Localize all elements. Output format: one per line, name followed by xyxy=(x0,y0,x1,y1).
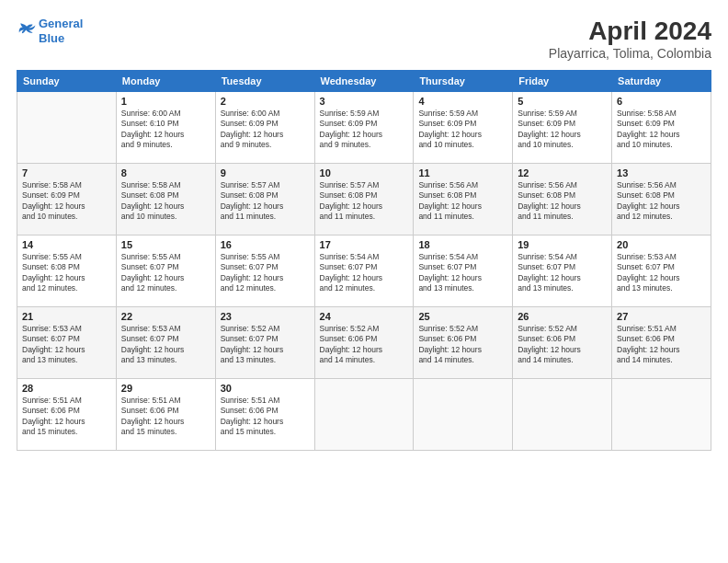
day-info: Sunrise: 5:56 AM Sunset: 6:08 PM Dayligh… xyxy=(518,180,607,223)
day-info: Sunrise: 6:00 AM Sunset: 6:10 PM Dayligh… xyxy=(121,109,210,151)
calendar-cell: 6Sunrise: 5:58 AM Sunset: 6:09 PM Daylig… xyxy=(612,92,711,164)
calendar-week-row: 7Sunrise: 5:58 AM Sunset: 6:09 PM Daylig… xyxy=(17,164,711,236)
calendar-cell: 2Sunrise: 6:00 AM Sunset: 6:09 PM Daylig… xyxy=(215,92,314,164)
page: General Blue April 2024 Playarrica, Toli… xyxy=(0,0,728,563)
day-number: 13 xyxy=(617,167,706,178)
day-number: 23 xyxy=(221,311,310,322)
day-number: 4 xyxy=(418,96,507,107)
page-title: April 2024 xyxy=(549,17,711,46)
calendar-cell: 20Sunrise: 5:53 AM Sunset: 6:07 PM Dayli… xyxy=(612,236,711,307)
calendar-cell: 21Sunrise: 5:53 AM Sunset: 6:07 PM Dayli… xyxy=(17,307,117,379)
day-info: Sunrise: 5:54 AM Sunset: 6:07 PM Dayligh… xyxy=(418,252,507,294)
day-info: Sunrise: 5:52 AM Sunset: 6:06 PM Dayligh… xyxy=(320,324,409,366)
calendar-cell: 1Sunrise: 6:00 AM Sunset: 6:10 PM Daylig… xyxy=(116,92,215,164)
day-number: 7 xyxy=(22,167,111,178)
calendar-cell: 24Sunrise: 5:52 AM Sunset: 6:06 PM Dayli… xyxy=(314,307,414,379)
day-info: Sunrise: 5:54 AM Sunset: 6:07 PM Dayligh… xyxy=(320,252,409,294)
calendar-cell: 22Sunrise: 5:53 AM Sunset: 6:07 PM Dayli… xyxy=(116,307,215,379)
day-info: Sunrise: 5:55 AM Sunset: 6:08 PM Dayligh… xyxy=(22,252,111,294)
day-number: 9 xyxy=(221,167,310,178)
calendar-table: SundayMondayTuesdayWednesdayThursdayFrid… xyxy=(17,70,711,451)
calendar-cell xyxy=(17,92,117,164)
day-info: Sunrise: 5:53 AM Sunset: 6:07 PM Dayligh… xyxy=(617,252,706,294)
calendar-cell: 9Sunrise: 5:57 AM Sunset: 6:08 PM Daylig… xyxy=(215,164,314,236)
calendar-cell: 4Sunrise: 5:59 AM Sunset: 6:09 PM Daylig… xyxy=(414,92,513,164)
day-number: 27 xyxy=(617,311,706,322)
day-number: 5 xyxy=(518,96,607,107)
calendar-cell: 29Sunrise: 5:51 AM Sunset: 6:06 PM Dayli… xyxy=(116,379,215,451)
calendar-cell: 5Sunrise: 5:59 AM Sunset: 6:09 PM Daylig… xyxy=(513,92,612,164)
day-number: 6 xyxy=(617,96,706,107)
day-number: 26 xyxy=(518,311,607,322)
calendar-cell xyxy=(314,379,414,451)
day-number: 17 xyxy=(320,239,409,250)
day-info: Sunrise: 5:51 AM Sunset: 6:06 PM Dayligh… xyxy=(617,324,706,366)
calendar-cell xyxy=(612,379,711,451)
logo: General Blue xyxy=(17,17,83,45)
calendar-cell: 30Sunrise: 5:51 AM Sunset: 6:06 PM Dayli… xyxy=(215,379,314,451)
day-info: Sunrise: 5:57 AM Sunset: 6:08 PM Dayligh… xyxy=(320,180,409,223)
day-info: Sunrise: 5:52 AM Sunset: 6:07 PM Dayligh… xyxy=(221,324,310,366)
calendar-week-row: 14Sunrise: 5:55 AM Sunset: 6:08 PM Dayli… xyxy=(17,236,711,307)
day-info: Sunrise: 5:59 AM Sunset: 6:09 PM Dayligh… xyxy=(518,109,607,151)
calendar-week-row: 28Sunrise: 5:51 AM Sunset: 6:06 PM Dayli… xyxy=(17,379,711,451)
calendar-cell: 14Sunrise: 5:55 AM Sunset: 6:08 PM Dayli… xyxy=(17,236,117,307)
calendar-cell: 27Sunrise: 5:51 AM Sunset: 6:06 PM Dayli… xyxy=(612,307,711,379)
day-number: 1 xyxy=(121,96,210,107)
column-header-tuesday: Tuesday xyxy=(215,71,314,92)
page-subtitle: Playarrica, Tolima, Colombia xyxy=(549,46,711,61)
day-info: Sunrise: 5:53 AM Sunset: 6:07 PM Dayligh… xyxy=(22,324,111,366)
day-info: Sunrise: 5:58 AM Sunset: 6:09 PM Dayligh… xyxy=(22,180,111,223)
calendar-cell: 19Sunrise: 5:54 AM Sunset: 6:07 PM Dayli… xyxy=(513,236,612,307)
day-number: 14 xyxy=(22,239,111,250)
day-info: Sunrise: 5:54 AM Sunset: 6:07 PM Dayligh… xyxy=(518,252,607,294)
logo-text: General Blue xyxy=(39,17,83,45)
calendar-cell: 18Sunrise: 5:54 AM Sunset: 6:07 PM Dayli… xyxy=(414,236,513,307)
calendar-cell xyxy=(414,379,513,451)
calendar-week-row: 1Sunrise: 6:00 AM Sunset: 6:10 PM Daylig… xyxy=(17,92,711,164)
day-number: 25 xyxy=(418,311,507,322)
day-number: 24 xyxy=(320,311,409,322)
day-info: Sunrise: 5:58 AM Sunset: 6:08 PM Dayligh… xyxy=(121,180,210,223)
day-info: Sunrise: 6:00 AM Sunset: 6:09 PM Dayligh… xyxy=(221,109,310,151)
day-info: Sunrise: 5:55 AM Sunset: 6:07 PM Dayligh… xyxy=(221,252,310,294)
calendar-cell: 15Sunrise: 5:55 AM Sunset: 6:07 PM Dayli… xyxy=(116,236,215,307)
logo-bird-icon xyxy=(17,21,37,41)
day-info: Sunrise: 5:57 AM Sunset: 6:08 PM Dayligh… xyxy=(221,180,310,223)
calendar-cell: 11Sunrise: 5:56 AM Sunset: 6:08 PM Dayli… xyxy=(414,164,513,236)
day-info: Sunrise: 5:52 AM Sunset: 6:06 PM Dayligh… xyxy=(418,324,507,366)
header: General Blue April 2024 Playarrica, Toli… xyxy=(17,17,711,61)
calendar-cell: 3Sunrise: 5:59 AM Sunset: 6:09 PM Daylig… xyxy=(314,92,414,164)
column-header-monday: Monday xyxy=(116,71,215,92)
day-number: 29 xyxy=(121,383,210,394)
calendar-cell: 7Sunrise: 5:58 AM Sunset: 6:09 PM Daylig… xyxy=(17,164,117,236)
calendar-cell: 10Sunrise: 5:57 AM Sunset: 6:08 PM Dayli… xyxy=(314,164,414,236)
calendar-cell xyxy=(513,379,612,451)
calendar-cell: 12Sunrise: 5:56 AM Sunset: 6:08 PM Dayli… xyxy=(513,164,612,236)
calendar-cell: 26Sunrise: 5:52 AM Sunset: 6:06 PM Dayli… xyxy=(513,307,612,379)
calendar-week-row: 21Sunrise: 5:53 AM Sunset: 6:07 PM Dayli… xyxy=(17,307,711,379)
day-info: Sunrise: 5:59 AM Sunset: 6:09 PM Dayligh… xyxy=(320,109,409,151)
day-info: Sunrise: 5:56 AM Sunset: 6:08 PM Dayligh… xyxy=(418,180,507,223)
day-info: Sunrise: 5:58 AM Sunset: 6:09 PM Dayligh… xyxy=(617,109,706,151)
day-number: 15 xyxy=(121,239,210,250)
day-number: 12 xyxy=(518,167,607,178)
calendar-header-row: SundayMondayTuesdayWednesdayThursdayFrid… xyxy=(17,71,711,92)
day-number: 18 xyxy=(418,239,507,250)
day-number: 2 xyxy=(221,96,310,107)
calendar-cell: 16Sunrise: 5:55 AM Sunset: 6:07 PM Dayli… xyxy=(215,236,314,307)
column-header-wednesday: Wednesday xyxy=(314,71,414,92)
day-number: 10 xyxy=(320,167,409,178)
day-number: 8 xyxy=(121,167,210,178)
column-header-saturday: Saturday xyxy=(612,71,711,92)
calendar-cell: 25Sunrise: 5:52 AM Sunset: 6:06 PM Dayli… xyxy=(414,307,513,379)
day-info: Sunrise: 5:51 AM Sunset: 6:06 PM Dayligh… xyxy=(121,396,210,438)
day-info: Sunrise: 5:52 AM Sunset: 6:06 PM Dayligh… xyxy=(518,324,607,366)
column-header-thursday: Thursday xyxy=(414,71,513,92)
day-number: 3 xyxy=(320,96,409,107)
day-number: 16 xyxy=(221,239,310,250)
title-block: April 2024 Playarrica, Tolima, Colombia xyxy=(549,17,711,61)
day-info: Sunrise: 5:59 AM Sunset: 6:09 PM Dayligh… xyxy=(418,109,507,151)
day-number: 28 xyxy=(22,383,111,394)
day-info: Sunrise: 5:56 AM Sunset: 6:08 PM Dayligh… xyxy=(617,180,706,223)
